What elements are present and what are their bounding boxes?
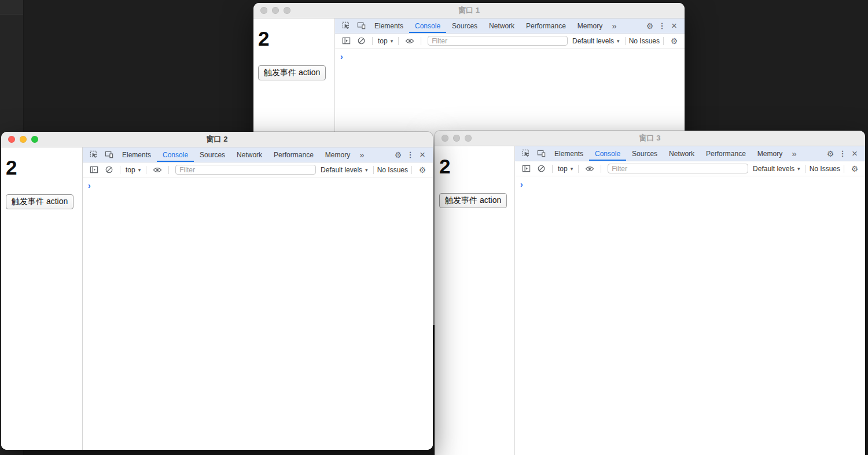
divider bbox=[552, 165, 553, 173]
issues-counter[interactable]: No Issues bbox=[810, 165, 840, 173]
devtools-panel: Elements Console Sources Network Perform… bbox=[514, 146, 865, 455]
minimize-button[interactable] bbox=[453, 135, 460, 142]
tab-performance[interactable]: Performance bbox=[520, 19, 572, 33]
traffic-lights bbox=[8, 132, 38, 147]
tab-elements[interactable]: Elements bbox=[116, 147, 157, 162]
filter-input[interactable] bbox=[428, 36, 568, 46]
trigger-event-button[interactable]: 触发事件 action bbox=[439, 193, 507, 208]
zoom-button[interactable] bbox=[284, 7, 290, 14]
console-sidebar-icon[interactable] bbox=[518, 164, 534, 173]
trigger-event-button[interactable]: 触发事件 action bbox=[258, 65, 326, 80]
tab-memory[interactable]: Memory bbox=[752, 146, 788, 161]
window-title: 窗口 3 bbox=[639, 133, 661, 143]
console-toolbar: top ▾ Default levels ▾ No Issues ⚙ bbox=[83, 162, 433, 177]
divider bbox=[372, 37, 373, 45]
divider bbox=[844, 165, 844, 173]
divider bbox=[120, 166, 120, 174]
window-title: 窗口 2 bbox=[207, 134, 228, 145]
live-expression-eye-icon[interactable] bbox=[582, 164, 597, 173]
console-prompt[interactable]: › bbox=[515, 176, 865, 455]
tab-network[interactable]: Network bbox=[231, 147, 268, 162]
device-toolbar-icon[interactable] bbox=[534, 146, 549, 161]
close-devtools-icon[interactable]: × bbox=[848, 146, 862, 161]
filter-input[interactable] bbox=[175, 165, 316, 175]
minimize-button[interactable] bbox=[272, 7, 279, 14]
inspect-element-icon[interactable] bbox=[86, 147, 101, 162]
log-levels-dropdown[interactable]: Default levels ▾ bbox=[751, 165, 802, 173]
tab-console[interactable]: Console bbox=[589, 146, 626, 161]
close-button[interactable] bbox=[260, 7, 267, 14]
chevron-down-icon: ▾ bbox=[138, 167, 141, 173]
divider bbox=[421, 37, 421, 45]
window-2: 窗口 2 2 触发事件 action Elements Console Sour… bbox=[1, 132, 433, 450]
context-selector[interactable]: top ▾ bbox=[124, 166, 142, 174]
tab-memory[interactable]: Memory bbox=[572, 19, 608, 33]
device-toolbar-icon[interactable] bbox=[101, 147, 116, 162]
tab-elements[interactable]: Elements bbox=[369, 19, 409, 33]
divider bbox=[398, 37, 399, 45]
context-selector[interactable]: top ▾ bbox=[556, 165, 575, 173]
tab-elements[interactable]: Elements bbox=[549, 146, 589, 161]
kebab-menu-icon[interactable]: ⋮ bbox=[657, 19, 667, 33]
devtools-tabbar: Elements Console Sources Network Perform… bbox=[83, 147, 433, 162]
settings-gear-icon[interactable]: ⚙ bbox=[823, 146, 837, 161]
clear-console-icon[interactable] bbox=[534, 164, 549, 173]
inspect-element-icon[interactable] bbox=[339, 19, 354, 33]
titlebar[interactable]: 窗口 2 bbox=[1, 132, 433, 147]
clear-console-icon[interactable] bbox=[354, 36, 369, 45]
tab-sources[interactable]: Sources bbox=[194, 147, 231, 162]
close-devtools-icon[interactable]: × bbox=[667, 19, 681, 33]
tab-performance[interactable]: Performance bbox=[268, 147, 319, 162]
console-toolbar: top ▾ Default levels ▾ No Issues ⚙ bbox=[335, 34, 685, 49]
settings-gear-icon[interactable]: ⚙ bbox=[643, 19, 657, 33]
issues-counter[interactable]: No Issues bbox=[377, 166, 408, 174]
close-devtools-icon[interactable]: × bbox=[415, 147, 429, 162]
tab-sources[interactable]: Sources bbox=[446, 19, 483, 33]
zoom-button[interactable] bbox=[465, 135, 472, 142]
zoom-button[interactable] bbox=[31, 136, 38, 143]
kebab-menu-icon[interactable]: ⋮ bbox=[405, 147, 415, 162]
divider bbox=[625, 37, 626, 45]
more-tabs-icon[interactable]: » bbox=[608, 19, 620, 33]
console-settings-gear-icon[interactable]: ⚙ bbox=[415, 165, 429, 175]
inspect-element-icon[interactable] bbox=[518, 146, 534, 161]
divider bbox=[806, 165, 806, 173]
kebab-menu-icon[interactable]: ⋮ bbox=[837, 146, 848, 161]
more-tabs-icon[interactable]: » bbox=[356, 147, 367, 162]
live-expression-eye-icon[interactable] bbox=[150, 165, 165, 175]
tab-network[interactable]: Network bbox=[483, 19, 520, 33]
divider bbox=[373, 166, 374, 174]
page-area: 2 触发事件 action bbox=[435, 146, 514, 455]
live-expression-eye-icon[interactable] bbox=[402, 36, 417, 46]
device-toolbar-icon[interactable] bbox=[354, 19, 369, 33]
issues-counter[interactable]: No Issues bbox=[629, 37, 660, 45]
tab-console[interactable]: Console bbox=[409, 19, 446, 33]
context-selector[interactable]: top ▾ bbox=[376, 37, 395, 45]
tab-network[interactable]: Network bbox=[663, 146, 700, 161]
backdrop-sidebar-header bbox=[0, 0, 23, 14]
filter-input[interactable] bbox=[608, 164, 748, 173]
more-tabs-icon[interactable]: » bbox=[788, 146, 800, 161]
console-settings-gear-icon[interactable]: ⚙ bbox=[848, 164, 862, 173]
settings-gear-icon[interactable]: ⚙ bbox=[391, 147, 405, 162]
tab-sources[interactable]: Sources bbox=[626, 146, 663, 161]
chevron-down-icon: ▾ bbox=[365, 167, 368, 173]
console-prompt[interactable]: › bbox=[83, 177, 433, 450]
console-settings-gear-icon[interactable]: ⚙ bbox=[667, 36, 681, 46]
clear-console-icon[interactable] bbox=[101, 165, 116, 174]
chevron-down-icon: ▾ bbox=[571, 166, 573, 172]
trigger-event-button[interactable]: 触发事件 action bbox=[6, 194, 73, 209]
tab-performance[interactable]: Performance bbox=[700, 146, 752, 161]
page-heading: 2 bbox=[6, 157, 82, 179]
minimize-button[interactable] bbox=[20, 136, 27, 143]
log-levels-dropdown[interactable]: Default levels ▾ bbox=[571, 37, 621, 45]
console-sidebar-icon[interactable] bbox=[86, 165, 101, 174]
close-button[interactable] bbox=[8, 136, 15, 143]
titlebar[interactable]: 窗口 1 bbox=[253, 3, 685, 19]
tab-memory[interactable]: Memory bbox=[319, 147, 356, 162]
log-levels-dropdown[interactable]: Default levels ▾ bbox=[319, 166, 370, 174]
console-sidebar-icon[interactable] bbox=[339, 36, 354, 45]
titlebar[interactable]: 窗口 3 bbox=[435, 131, 865, 146]
tab-console[interactable]: Console bbox=[157, 147, 194, 162]
close-button[interactable] bbox=[442, 135, 448, 142]
